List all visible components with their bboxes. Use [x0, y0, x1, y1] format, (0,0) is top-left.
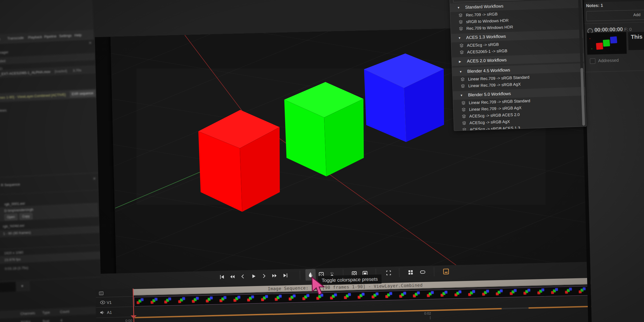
clip-frame-thumbnail: [164, 297, 171, 305]
clip-frame-thumbnail: [551, 288, 558, 295]
speckle: [591, 48, 592, 49]
track-label-a1[interactable]: A1: [107, 310, 112, 314]
note-text: This: [631, 34, 643, 40]
clip-frame-thumbnail: [247, 295, 254, 302]
clip-frame-thumbnail: [192, 297, 199, 304]
play-icon: [251, 273, 257, 279]
fullscreen-icon: [386, 270, 392, 276]
clip-frame-thumbnail: [427, 291, 434, 298]
step-forward-button[interactable]: [259, 270, 269, 282]
layers-icon: [459, 26, 463, 31]
skip-start-button[interactable]: [217, 271, 227, 283]
clip-frame-thumbnail: [358, 292, 365, 300]
notes-panel: Edit Preview Notes: 1 Add 00:00:00:00 F:…: [583, 0, 644, 322]
layers-icon: [461, 101, 466, 105]
clip-frame-thumbnail: [261, 295, 268, 302]
views-label: Views: [0, 108, 7, 113]
audio-region-line[interactable]: [135, 308, 502, 318]
clip-frame-thumbnail: [151, 298, 158, 305]
fast-forward-button[interactable]: [269, 270, 280, 281]
clip-frame-thumbnail: [219, 296, 227, 303]
skip-end-button[interactable]: [280, 270, 291, 281]
note-thumbnail[interactable]: [587, 32, 627, 55]
pill-icon: [420, 269, 426, 275]
grid-2x2-button[interactable]: [405, 267, 416, 278]
row-highlight: [0, 53, 95, 66]
triangle-down-icon: ▼: [459, 70, 462, 73]
channels-value: RGBA: [21, 320, 31, 322]
triangle-down-icon: ▼: [458, 36, 461, 39]
layers-icon: [462, 107, 466, 112]
close-icon[interactable]: ✕: [93, 177, 96, 181]
skip-start-icon: [219, 274, 225, 280]
tab-row: [583, 0, 644, 2]
track-label-v1[interactable]: V1: [107, 300, 112, 305]
ruler-tick: [430, 316, 430, 319]
addressed-checkbox[interactable]: [590, 58, 596, 64]
colorspace-presets-menu: ▼Standard WorkflowsRec.709 -> sRGBsRGB t…: [449, 0, 587, 131]
menu-item-settings[interactable]: Settings: [59, 34, 72, 38]
clip-frame-thumbnail: [330, 293, 337, 301]
count-header: Count: [60, 309, 69, 314]
layers-icon: [462, 114, 466, 119]
menu-item-ations[interactable]: ations: [0, 37, 0, 41]
clip-frame-thumbnail: [579, 287, 586, 294]
speckle: [590, 38, 590, 39]
triangle-right-icon: ▶: [459, 60, 461, 63]
audio-region-line[interactable]: [529, 306, 593, 309]
notes-title: Notes: 1: [586, 3, 603, 8]
screenshot-stage: ationsTranscodePlaybackPipelineSettingsH…: [0, 0, 644, 322]
rewind-button[interactable]: [227, 271, 237, 283]
step-forward-icon: [261, 273, 267, 279]
clip-frame-thumbnail: [233, 296, 241, 303]
close-icon[interactable]: ✕: [89, 41, 92, 45]
exr-pattern: rgb_%04d.exr: [3, 224, 25, 229]
exr-file-name[interactable]: rgb_0001.exr: [4, 201, 25, 206]
pill-button[interactable]: [418, 266, 428, 278]
media-sidebar: ationsTranscodePlaybackPipelineSettingsH…: [0, 0, 104, 322]
image-button[interactable]: [441, 266, 451, 277]
speaker-icon[interactable]: [100, 310, 105, 314]
ruler-label-1: 0:02: [424, 311, 431, 316]
step-back-button[interactable]: [238, 271, 248, 282]
clip-frame-thumbnail: [565, 287, 572, 295]
clip-frame-thumbnail: [275, 295, 282, 302]
eye-icon[interactable]: [100, 301, 105, 304]
toolbar-separator: [399, 268, 400, 277]
loaded-label: loaded: [0, 59, 6, 63]
open-button[interactable]: Open: [4, 214, 17, 221]
layers-icon: [460, 50, 464, 54]
playhead-marker[interactable]: [131, 315, 137, 319]
ruler-label-0: 0:00: [125, 319, 132, 322]
note-text-box[interactable]: This: [628, 31, 644, 50]
clip-frame-thumbnail: [537, 288, 544, 295]
toolbar-separator: [300, 270, 300, 280]
triangle-down-icon: ▼: [460, 94, 463, 97]
layers-icon: [458, 13, 463, 17]
rewind-icon: [229, 274, 235, 280]
menu-item-help[interactable]: Help: [74, 33, 82, 37]
clip-frame-thumbnail: [372, 292, 379, 299]
fast-forward-icon: [272, 273, 278, 279]
toolbar-separator: [434, 267, 434, 276]
layers-icon: [459, 20, 463, 24]
filmstrip-icon[interactable]: [99, 291, 104, 295]
note-frame: F: 0: [624, 27, 632, 32]
copy-button[interactable]: Copy: [19, 213, 32, 220]
application-window: ationsTranscodePlaybackPipelineSettingsH…: [0, 0, 644, 322]
clip-frame-thumbnail: [524, 288, 531, 296]
clip-frame-thumbnail: [482, 290, 489, 297]
menu-item-playback[interactable]: Playback: [28, 35, 42, 39]
step-back-icon: [240, 273, 246, 280]
fullscreen-button[interactable]: [383, 267, 394, 279]
resolution-label: 1920 x 1080: [4, 250, 23, 255]
layers-icon: [459, 43, 464, 48]
triangle-down-icon: ▼: [457, 6, 460, 9]
add-note-button[interactable]: Add: [633, 12, 641, 17]
menu-item-transcode[interactable]: Transcode: [7, 36, 24, 41]
duration-label: 0:03.18 (3.75s): [5, 266, 28, 271]
menu-item-pipeline[interactable]: Pipeline: [44, 34, 57, 39]
clip-frame-thumbnail: [137, 298, 144, 305]
mini-green-cube: [603, 39, 610, 47]
play-button[interactable]: [248, 270, 259, 282]
